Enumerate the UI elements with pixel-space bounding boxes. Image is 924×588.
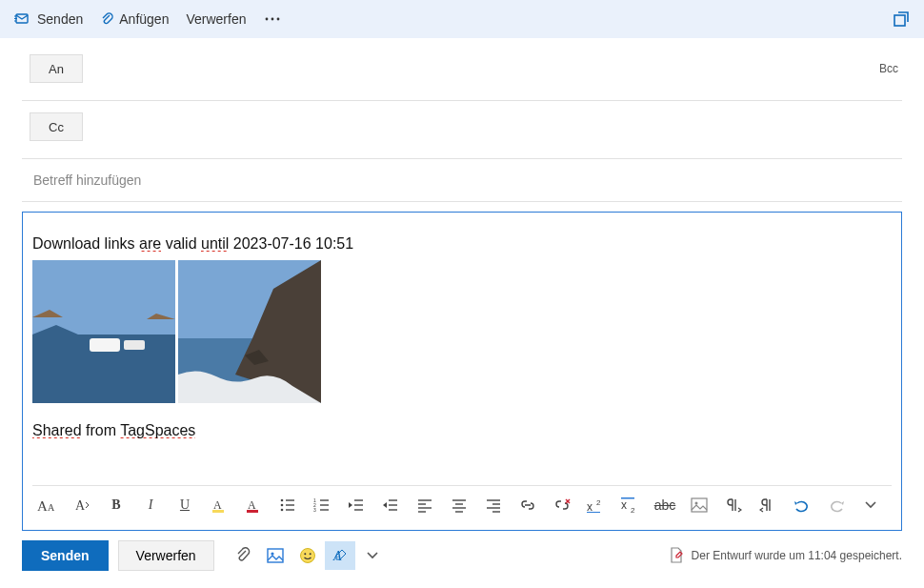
link-button[interactable] [516,494,539,517]
superscript-button[interactable]: x2 [585,494,608,517]
more-menu-item[interactable] [264,15,281,23]
unlink-button[interactable] [551,494,573,517]
subject-row [22,159,902,202]
to-button[interactable]: An [30,54,83,83]
popout-icon [893,10,910,28]
bullet-list-button[interactable] [276,494,299,517]
subject-input[interactable] [33,172,891,188]
indent-button[interactable] [379,494,402,517]
align-left-button[interactable] [413,494,436,517]
body-signature: Shared from TagSpaces [32,420,892,441]
strikethrough-button[interactable]: abc [653,494,676,517]
to-row: An Bcc [22,43,902,101]
send-menu-item[interactable]: Senden [14,11,83,27]
svg-rect-8 [124,340,145,350]
send-icon [14,11,31,27]
svg-rect-55 [621,497,634,499]
number-list-button[interactable]: 123 [311,494,333,517]
svg-rect-15 [212,510,224,513]
svg-text:A: A [48,502,55,513]
highlight-button[interactable]: A [208,494,231,517]
svg-point-2 [271,18,273,21]
font-size-button[interactable]: AA [36,494,59,517]
svg-text:A: A [248,498,256,512]
svg-rect-58 [268,549,283,562]
italic-button[interactable]: I [139,494,162,517]
cc-row: Cc [22,101,902,159]
svg-text:x: x [587,500,593,513]
send-menu-label: Senden [37,11,83,27]
svg-point-19 [281,504,284,507]
cc-input[interactable] [94,119,902,134]
font-button[interactable]: A [70,494,93,517]
body-image-2[interactable] [178,260,321,403]
svg-rect-52 [587,512,600,513]
align-center-button[interactable] [448,494,471,517]
to-label: An [49,62,64,76]
bottom-more-button[interactable] [357,541,388,570]
attach-menu-item[interactable]: Anfügen [100,11,169,27]
svg-point-3 [276,18,279,21]
insert-picture-button[interactable] [260,541,291,570]
to-input[interactable] [94,61,868,76]
svg-text:2: 2 [596,498,601,507]
bcc-toggle[interactable]: Bcc [879,62,902,75]
attach-file-button[interactable] [228,541,258,570]
draft-status: Der Entwurf wurde um 11:04 gespeichert. [669,547,902,564]
svg-rect-7 [90,338,120,352]
font-color-button[interactable]: A [242,494,265,517]
format-toolbar: AA A B I U A A 123 [32,485,892,520]
body-images-row [32,260,892,403]
svg-text:A: A [75,498,86,513]
svg-rect-5 [32,260,175,336]
svg-rect-17 [247,510,258,513]
ltr-button[interactable] [722,494,745,517]
svg-point-61 [304,553,306,555]
draft-status-text: Der Entwurf wurde um 11:04 gespeichert. [692,549,902,562]
svg-point-1 [265,18,268,21]
popout-button[interactable] [893,10,910,28]
svg-point-57 [695,502,698,505]
emoji-button[interactable] [292,541,323,570]
discard-button[interactable]: Verwerfen [118,540,214,571]
outdent-button[interactable] [345,494,368,517]
cc-button[interactable]: Cc [30,112,83,141]
insert-image-button[interactable] [688,494,711,517]
discard-menu-item[interactable]: Verwerfen [186,11,246,27]
body-line-1: Download links are valid until 2023-07-1… [32,233,892,254]
svg-text:2: 2 [631,506,635,513]
undo-button[interactable] [791,494,814,517]
discard-menu-label: Verwerfen [186,11,246,27]
more-icon [264,15,281,23]
svg-point-60 [300,549,314,563]
redo-button[interactable] [825,494,848,517]
attach-menu-label: Anfügen [119,11,169,27]
draft-icon [669,547,684,564]
svg-text:3: 3 [313,507,316,513]
bold-button[interactable]: B [105,494,128,517]
underline-button[interactable]: U [173,494,196,517]
cc-label: Cc [49,120,64,134]
svg-text:x: x [621,498,627,512]
toggle-format-button[interactable]: A [325,541,355,570]
svg-point-20 [281,509,284,512]
svg-text:A: A [213,498,222,512]
send-button-label: Senden [41,548,90,563]
svg-text:A: A [37,498,48,514]
message-body[interactable]: Download links are valid until 2023-07-1… [32,222,892,485]
paperclip-icon [100,11,113,27]
svg-point-18 [281,499,284,502]
align-right-button[interactable] [482,494,505,517]
body-image-1[interactable] [32,260,175,403]
svg-rect-56 [692,498,707,512]
format-more-button[interactable] [859,494,882,517]
svg-rect-4 [894,15,905,26]
send-button[interactable]: Senden [22,540,109,571]
rtl-button[interactable] [756,494,779,517]
svg-point-62 [309,553,311,555]
discard-button-label: Verwerfen [136,548,196,563]
subscript-button[interactable]: x2 [619,494,642,517]
